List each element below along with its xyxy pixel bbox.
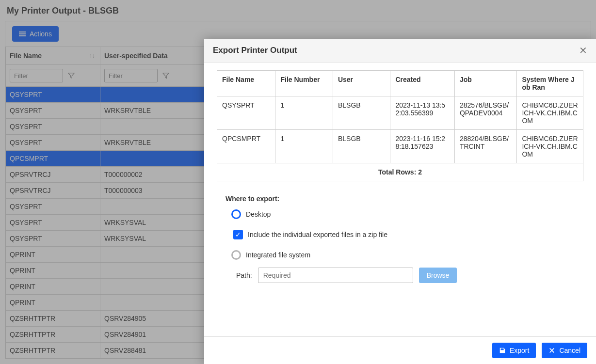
export-button-label: Export — [510, 347, 529, 354]
export-cell-number: 1 — [275, 96, 333, 130]
where-to-export-label: Where to export: — [226, 195, 583, 203]
export-cell-system: CHIBMC6D.ZUERICH-VK.CH.IBM.COM — [517, 96, 583, 130]
path-label: Path: — [236, 271, 252, 279]
modal-header: Export Printer Output ✕ — [204, 39, 596, 63]
export-cell-user: BLSGB — [333, 96, 390, 130]
export-cell-job: 282576/BLSGB/QPADEV0004 — [454, 96, 517, 130]
modal-title: Export Printer Output — [213, 46, 297, 55]
export-col-number: File Number — [275, 71, 333, 96]
export-row[interactable]: QPCSMPRT1BLSGB2023-11-16 15:28:18.157623… — [217, 130, 583, 163]
export-col-user: User — [333, 71, 390, 96]
export-modal: Export Printer Output ✕ File Name File N… — [204, 39, 596, 364]
export-total-rows: Total Rows: 2 — [217, 163, 583, 181]
export-cell-number: 1 — [275, 130, 333, 163]
export-cell-system: CHIBMC6D.ZUERICH-VK.CH.IBM.COM — [517, 130, 583, 163]
option-ifs-label: Integrated file system — [246, 251, 310, 259]
export-cell-created: 2023-11-13 13:52:03.556399 — [390, 96, 455, 130]
export-cell-created: 2023-11-16 15:28:18.157623 — [390, 130, 455, 163]
option-zip[interactable]: ✓ Include the individual exported files … — [233, 230, 583, 239]
cancel-button[interactable]: Cancel — [542, 343, 587, 358]
path-input[interactable] — [258, 268, 413, 283]
browse-button[interactable]: Browse — [419, 268, 457, 283]
export-cell-job: 288204/BLSGB/TRCINT — [454, 130, 517, 163]
path-row: Path: Browse — [236, 268, 583, 283]
export-col-job: Job — [454, 71, 517, 96]
export-col-system: System Where Job Ran — [517, 71, 583, 96]
modal-body: File Name File Number User Created Job S… — [204, 63, 596, 336]
radio-icon — [231, 250, 241, 260]
export-row[interactable]: QSYSPRT1BLSGB2023-11-13 13:52:03.5563992… — [217, 96, 583, 130]
save-icon — [499, 347, 506, 354]
checkbox-icon: ✓ — [233, 230, 243, 239]
option-zip-label: Include the individual exported files in… — [248, 231, 387, 238]
option-desktop-label: Desktop — [246, 210, 271, 218]
export-table: File Name File Number User Created Job S… — [217, 70, 583, 181]
export-button[interactable]: Export — [492, 343, 536, 358]
export-cell-file: QSYSPRT — [217, 96, 275, 130]
export-col-created: Created — [390, 71, 455, 96]
close-icon[interactable]: ✕ — [579, 46, 587, 55]
radio-icon — [231, 209, 241, 219]
cancel-button-label: Cancel — [559, 347, 580, 354]
modal-footer: Export Cancel — [204, 336, 596, 364]
close-icon — [548, 347, 555, 354]
option-ifs[interactable]: Integrated file system — [231, 250, 583, 260]
option-desktop[interactable]: Desktop — [231, 209, 583, 219]
export-cell-user: BLSGB — [333, 130, 390, 163]
export-col-file: File Name — [217, 71, 275, 96]
export-cell-file: QPCSMPRT — [217, 130, 275, 163]
